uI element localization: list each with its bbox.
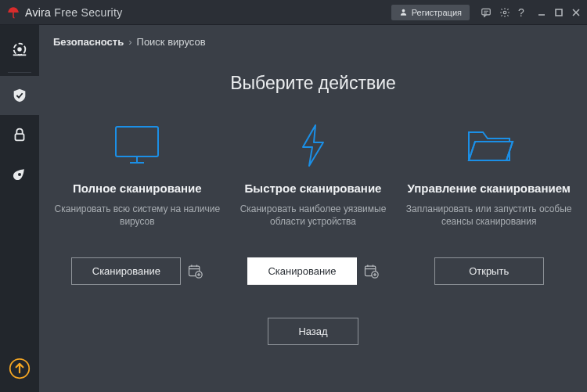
sidebar (0, 25, 39, 392)
svg-point-5 (17, 47, 22, 52)
brand-suffix: Free Security (54, 6, 122, 19)
svg-point-7 (18, 173, 21, 176)
breadcrumb-separator: › (128, 36, 131, 48)
nav-privacy[interactable] (0, 115, 39, 154)
feedback-icon[interactable] (481, 7, 492, 18)
svg-point-0 (402, 9, 405, 13)
avira-umbrella-icon (6, 5, 20, 20)
register-button[interactable]: Регистрация (391, 5, 470, 20)
card-quick-scan: Быстрое сканирование Сканировать наиболе… (229, 120, 398, 285)
breadcrumb: Безопасность › Поиск вирусов (39, 25, 587, 59)
help-icon[interactable]: ? (518, 7, 529, 18)
svg-point-2 (503, 11, 506, 14)
card-desc: Сканировать наиболее уязвимые области ус… (229, 203, 398, 240)
user-icon (399, 8, 408, 16)
svg-rect-9 (116, 127, 158, 156)
gear-icon[interactable] (499, 7, 510, 18)
nav-status[interactable] (0, 30, 39, 69)
nav-security[interactable] (0, 76, 39, 115)
folder-icon (462, 120, 517, 171)
scan-button-full[interactable]: Сканирование (71, 257, 181, 285)
svg-rect-6 (16, 134, 24, 140)
breadcrumb-leaf: Поиск вирусов (137, 36, 206, 48)
schedule-icon[interactable] (363, 263, 379, 279)
titlebar: Avira Free Security Регистрация ? (0, 0, 587, 25)
brand-text: Avira Free Security (25, 6, 123, 19)
open-button[interactable]: Открыть (434, 257, 544, 285)
breadcrumb-root[interactable]: Безопасность (53, 36, 124, 48)
brand-logo: Avira Free Security (6, 5, 123, 20)
nav-performance[interactable] (0, 154, 39, 193)
register-label: Регистрация (412, 8, 462, 17)
card-manage-scan: Управление сканированием Запланировать и… (405, 120, 573, 285)
scan-button-quick[interactable]: Сканирование (247, 257, 357, 285)
main-content: Безопасность › Поиск вирусов Выберите де… (39, 25, 587, 392)
card-title: Полное сканирование (73, 182, 202, 196)
minimize-button[interactable] (537, 8, 546, 17)
brand-name: Avira (25, 6, 51, 19)
upgrade-button[interactable] (4, 353, 35, 384)
card-title: Быстрое сканирование (245, 182, 382, 196)
schedule-icon[interactable] (187, 263, 203, 279)
page-title: Выберите действие (39, 73, 587, 94)
lightning-icon (286, 120, 340, 171)
svg-rect-1 (482, 9, 491, 15)
card-desc: Сканировать всю систему на наличие вирус… (53, 203, 221, 240)
back-button[interactable]: Назад (268, 318, 358, 345)
maximize-button[interactable] (554, 8, 564, 17)
card-full-scan: Полное сканирование Сканировать всю сист… (53, 120, 221, 285)
svg-rect-3 (556, 9, 562, 16)
scan-options: Полное сканирование Сканировать всю сист… (39, 120, 587, 285)
monitor-icon (110, 120, 164, 171)
card-desc: Запланировать или запустить особые сеанс… (405, 203, 573, 240)
close-button[interactable] (571, 8, 581, 17)
card-title: Управление сканированием (407, 182, 571, 196)
